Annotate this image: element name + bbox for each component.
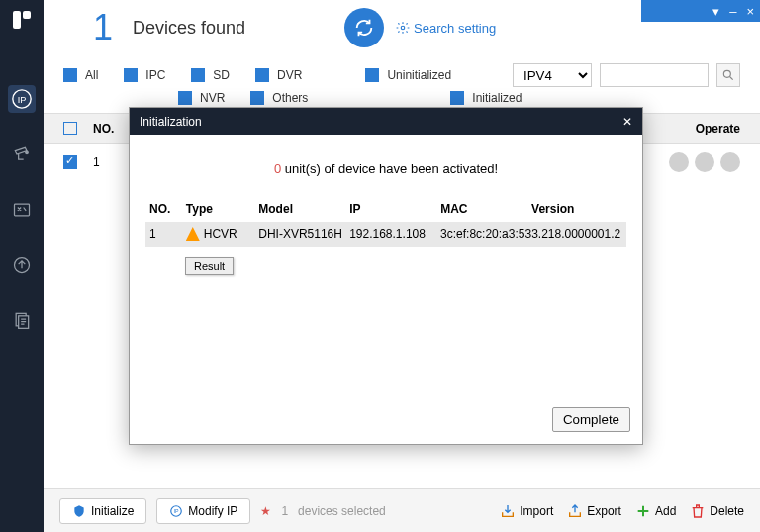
row-operate-icons <box>669 152 740 172</box>
modal-close-icon[interactable]: ✕ <box>622 115 632 129</box>
svg-point-9 <box>401 26 405 30</box>
refresh-button[interactable] <box>344 8 384 47</box>
search-icon <box>721 68 735 82</box>
result-button[interactable]: Result <box>185 257 234 275</box>
filter-all-checkbox[interactable] <box>63 68 77 82</box>
row-checkbox[interactable] <box>63 155 77 169</box>
bottom-bar: Initialize IP Modify IP ★ 1 devices sele… <box>44 488 760 532</box>
warning-icon <box>186 227 200 241</box>
nav-tools-icon[interactable] <box>8 196 36 223</box>
window-controls: ▾ – × <box>641 0 760 22</box>
initialization-modal: Initialization ✕ 0 unit(s) of device hav… <box>129 107 643 445</box>
ip-version-select[interactable]: IPV4 <box>513 63 592 87</box>
shield-icon <box>72 504 86 518</box>
selected-label: devices selected <box>298 504 386 518</box>
device-count: 1 <box>93 7 113 48</box>
add-button[interactable]: Add <box>635 503 676 519</box>
app-logo-icon <box>10 8 34 32</box>
delete-button[interactable]: Delete <box>690 503 744 519</box>
modal-title-text: Initialization <box>140 115 202 129</box>
modal-table-row[interactable]: 1 HCVR DHI-XVR5116H 192.168.1.108 3c:ef:… <box>145 222 626 247</box>
search-input[interactable] <box>600 63 709 87</box>
selected-count: 1 <box>281 504 288 518</box>
initialize-button[interactable]: Initialize <box>59 498 146 524</box>
filter-ipc-checkbox[interactable] <box>124 68 138 82</box>
filter-others-checkbox[interactable] <box>250 91 264 105</box>
op-info-icon[interactable] <box>695 152 714 172</box>
search-button[interactable] <box>716 63 740 87</box>
svg-point-10 <box>723 70 730 77</box>
devices-found-label: Devices found <box>133 18 245 39</box>
filter-init-checkbox[interactable] <box>450 91 464 105</box>
modal-titlebar: Initialization ✕ <box>130 108 642 135</box>
trash-icon <box>690 503 706 519</box>
modal-table-header: NO. Type Model IP MAC Version <box>145 196 626 222</box>
nav-upload-icon[interactable] <box>8 251 36 279</box>
svg-text:IP: IP <box>174 508 179 514</box>
svg-rect-5 <box>15 204 30 216</box>
svg-rect-0 <box>13 11 21 29</box>
filter-uninit-checkbox[interactable] <box>365 68 379 82</box>
gear-icon <box>396 21 410 35</box>
op-web-icon[interactable] <box>720 152 740 172</box>
svg-text:IP: IP <box>18 95 27 105</box>
required-star: ★ <box>260 504 271 518</box>
svg-rect-1 <box>23 11 31 19</box>
minimize-icon[interactable]: – <box>729 4 736 19</box>
export-icon <box>567 503 583 519</box>
nav-docs-icon[interactable] <box>8 307 36 334</box>
op-edit-icon[interactable] <box>669 152 689 172</box>
filter-sd-checkbox[interactable] <box>191 68 205 82</box>
close-icon[interactable]: × <box>746 4 754 19</box>
col-operate: Operate <box>696 122 740 135</box>
plus-icon <box>635 503 651 519</box>
svg-point-4 <box>26 151 29 154</box>
modify-ip-button[interactable]: IP Modify IP <box>156 498 250 524</box>
nav-ip-icon[interactable]: IP <box>8 85 36 113</box>
filter-nvr-checkbox[interactable] <box>178 91 192 105</box>
search-setting-link[interactable]: Search setting <box>396 21 496 36</box>
sidebar: IP <box>0 0 44 532</box>
filter-dvr-checkbox[interactable] <box>255 68 269 82</box>
ip-icon: IP <box>169 504 183 518</box>
complete-button[interactable]: Complete <box>552 407 630 432</box>
dropdown-icon[interactable]: ▾ <box>712 4 719 19</box>
import-icon <box>500 503 516 519</box>
filter-row: All IPC SD DVR Uninitialized IPV4 <box>44 55 760 91</box>
import-button[interactable]: Import <box>500 503 553 519</box>
activated-message: 0 unit(s) of device have been activated! <box>145 161 626 176</box>
nav-camera-icon[interactable] <box>8 140 36 168</box>
export-button[interactable]: Export <box>567 503 621 519</box>
select-all-checkbox[interactable] <box>63 122 77 135</box>
